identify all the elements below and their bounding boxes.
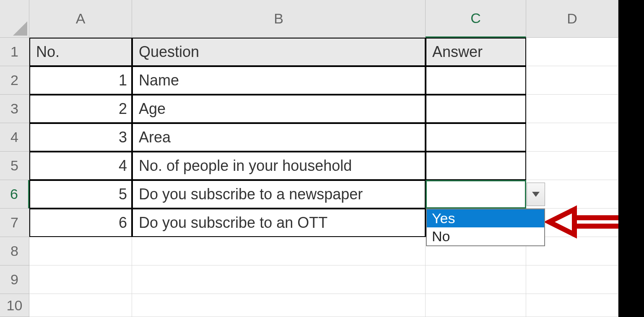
cell-B6[interactable]: Do you subscribe to a newspaper: [132, 180, 426, 209]
svg-marker-1: [532, 192, 540, 197]
cell-C10[interactable]: [426, 294, 526, 317]
cell-A9[interactable]: [29, 265, 132, 294]
cell-D1[interactable]: [526, 38, 618, 66]
cell-C6[interactable]: [426, 180, 526, 209]
dropdown-option-yes-label: Yes: [432, 210, 455, 226]
cell-B4[interactable]: Area: [132, 123, 426, 152]
row-header-1[interactable]: 1: [0, 38, 29, 66]
annotation-arrow-icon: [545, 203, 621, 241]
cell-D9[interactable]: [526, 265, 618, 294]
cell-A3[interactable]: 2: [29, 95, 132, 123]
row-header-4-label: 4: [10, 129, 18, 145]
cell-A10[interactable]: [29, 294, 132, 317]
row-header-2[interactable]: 2: [0, 66, 29, 95]
cell-A6-text: 5: [119, 186, 127, 203]
cell-A3-text: 2: [119, 100, 127, 118]
row-header-2-label: 2: [10, 72, 18, 88]
col-header-B-label: B: [274, 10, 283, 27]
row-header-8-label: 8: [10, 243, 18, 259]
cell-C1-text: Answer: [432, 43, 483, 61]
cell-A4-text: 3: [119, 129, 127, 146]
dropdown-option-no[interactable]: No: [427, 227, 544, 245]
row-header-9[interactable]: 9: [0, 265, 29, 294]
cell-B5-text: No. of people in your household: [139, 157, 352, 175]
cell-A7-text: 6: [119, 214, 127, 232]
row-header-10-label: 10: [7, 297, 23, 314]
cell-A2-text: 1: [119, 72, 127, 89]
cell-D4[interactable]: [526, 123, 618, 152]
cell-A6[interactable]: 5: [29, 180, 132, 209]
chevron-down-icon: [532, 192, 540, 197]
cell-A8[interactable]: [29, 237, 132, 265]
cell-D3[interactable]: [526, 95, 618, 123]
cell-B2-text: Name: [139, 72, 179, 89]
row-header-4[interactable]: 4: [0, 123, 29, 152]
cell-B9[interactable]: [132, 265, 426, 294]
col-header-A-label: A: [76, 10, 86, 27]
col-header-B[interactable]: B: [132, 0, 426, 38]
svg-marker-0: [13, 21, 27, 36]
cell-C3[interactable]: [426, 95, 526, 123]
right-black-bar: [618, 0, 644, 317]
row-header-6[interactable]: 6: [0, 180, 29, 209]
cell-B8[interactable]: [132, 237, 426, 265]
cell-A5-text: 4: [119, 157, 127, 175]
cell-C4[interactable]: [426, 123, 526, 152]
cell-D10[interactable]: [526, 294, 618, 317]
cell-B1-text: Question: [139, 43, 199, 61]
cell-A5[interactable]: 4: [29, 152, 132, 180]
row-header-9-label: 9: [10, 271, 18, 288]
cell-B6-text: Do you subscribe to a newspaper: [139, 186, 363, 203]
cell-C5[interactable]: [426, 152, 526, 180]
cell-B7[interactable]: Do you subscribe to an OTT: [132, 209, 426, 237]
row-header-5-label: 5: [10, 157, 18, 174]
cell-B7-text: Do you subscribe to an OTT: [139, 214, 327, 232]
cell-B3-text: Age: [139, 100, 166, 118]
row-header-10[interactable]: 10: [0, 294, 29, 317]
select-all-corner[interactable]: [0, 0, 29, 38]
data-validation-dropdown-button[interactable]: [527, 183, 545, 206]
col-header-C-label: C: [470, 10, 481, 26]
cell-A7[interactable]: 6: [29, 209, 132, 237]
cell-B4-text: Area: [139, 129, 171, 146]
cell-B1[interactable]: Question: [132, 38, 426, 66]
row-header-1-label: 1: [10, 44, 18, 60]
cell-A4[interactable]: 3: [29, 123, 132, 152]
row-header-5[interactable]: 5: [0, 152, 29, 180]
col-header-D[interactable]: D: [526, 0, 618, 38]
row-header-8[interactable]: 8: [0, 237, 29, 265]
dropdown-option-yes[interactable]: Yes: [427, 209, 544, 227]
cell-C2[interactable]: [426, 66, 526, 95]
dropdown-option-no-label: No: [432, 228, 450, 244]
cell-A1-text: No.: [36, 43, 60, 61]
cell-D5[interactable]: [526, 152, 618, 180]
row-header-7[interactable]: 7: [0, 209, 29, 237]
cell-A1[interactable]: No.: [29, 38, 132, 66]
row-header-6-label: 6: [10, 186, 18, 202]
cell-C1[interactable]: Answer: [426, 38, 526, 66]
cell-B5[interactable]: No. of people in your household: [132, 152, 426, 180]
cell-A2[interactable]: 1: [29, 66, 132, 95]
cell-D2[interactable]: [526, 66, 618, 95]
col-header-A[interactable]: A: [29, 0, 132, 38]
cell-C9[interactable]: [426, 265, 526, 294]
worksheet: A B C D 1 2 3 4 5 6 7 8 9 10 No. Questio…: [0, 0, 644, 317]
cell-B2[interactable]: Name: [132, 66, 426, 95]
row-header-3-label: 3: [10, 101, 18, 117]
cell-B10[interactable]: [132, 294, 426, 317]
row-header-7-label: 7: [10, 214, 18, 231]
col-header-C[interactable]: C: [426, 0, 526, 38]
data-validation-dropdown-list[interactable]: Yes No: [426, 209, 545, 246]
cell-B3[interactable]: Age: [132, 95, 426, 123]
row-header-3[interactable]: 3: [0, 95, 29, 123]
col-header-D-label: D: [567, 10, 577, 27]
